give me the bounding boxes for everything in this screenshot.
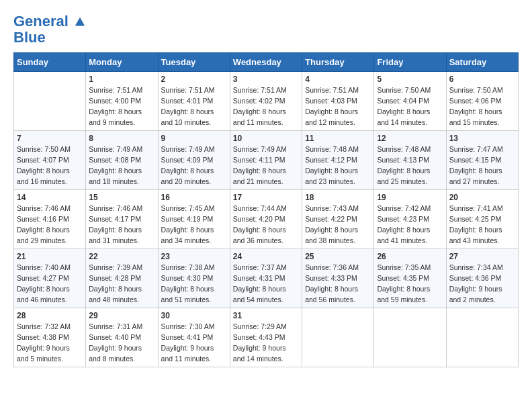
day-info: Sunrise: 7:49 AMSunset: 4:11 PMDaylight:… xyxy=(233,144,299,187)
calendar-cell: 25Sunrise: 7:36 AMSunset: 4:33 PMDayligh… xyxy=(302,249,374,308)
calendar-cell: 30Sunrise: 7:30 AMSunset: 4:41 PMDayligh… xyxy=(158,308,230,367)
day-number: 14 xyxy=(17,193,83,202)
calendar-table: SundayMondayTuesdayWednesdayThursdayFrid… xyxy=(13,52,519,367)
calendar-cell: 4Sunrise: 7:51 AMSunset: 4:03 PMDaylight… xyxy=(302,72,374,131)
calendar-cell: 15Sunrise: 7:46 AMSunset: 4:17 PMDayligh… xyxy=(86,190,158,249)
calendar-cell: 24Sunrise: 7:37 AMSunset: 4:31 PMDayligh… xyxy=(230,249,302,308)
calendar-cell: 26Sunrise: 7:35 AMSunset: 4:35 PMDayligh… xyxy=(374,249,446,308)
day-info: Sunrise: 7:45 AMSunset: 4:19 PMDaylight:… xyxy=(161,203,227,246)
day-number: 19 xyxy=(377,193,443,202)
day-number: 10 xyxy=(233,134,299,143)
day-info: Sunrise: 7:50 AMSunset: 4:07 PMDaylight:… xyxy=(17,144,83,187)
calendar-cell: 19Sunrise: 7:42 AMSunset: 4:23 PMDayligh… xyxy=(374,190,446,249)
week-row-2: 7Sunrise: 7:50 AMSunset: 4:07 PMDaylight… xyxy=(14,131,519,190)
day-number: 11 xyxy=(305,134,371,143)
calendar-cell: 5Sunrise: 7:50 AMSunset: 4:04 PMDaylight… xyxy=(374,72,446,131)
day-info: Sunrise: 7:49 AMSunset: 4:09 PMDaylight:… xyxy=(161,144,227,187)
day-number: 28 xyxy=(17,311,83,320)
calendar-cell: 28Sunrise: 7:32 AMSunset: 4:38 PMDayligh… xyxy=(14,308,86,367)
day-info: Sunrise: 7:51 AMSunset: 4:00 PMDaylight:… xyxy=(89,85,154,128)
day-number: 2 xyxy=(161,75,227,84)
day-number: 3 xyxy=(233,75,299,84)
calendar-cell xyxy=(14,72,86,131)
day-info: Sunrise: 7:41 AMSunset: 4:25 PMDaylight:… xyxy=(449,203,515,246)
header-day-monday: Monday xyxy=(86,53,158,72)
day-number: 23 xyxy=(161,252,227,261)
calendar-cell: 31Sunrise: 7:29 AMSunset: 4:43 PMDayligh… xyxy=(230,308,302,367)
calendar-cell: 20Sunrise: 7:41 AMSunset: 4:25 PMDayligh… xyxy=(446,190,518,249)
day-info: Sunrise: 7:50 AMSunset: 4:04 PMDaylight:… xyxy=(377,85,443,128)
calendar-cell: 8Sunrise: 7:49 AMSunset: 4:08 PMDaylight… xyxy=(86,131,158,190)
day-info: Sunrise: 7:51 AMSunset: 4:01 PMDaylight:… xyxy=(161,85,227,128)
logo-text: General xyxy=(13,13,86,30)
day-info: Sunrise: 7:42 AMSunset: 4:23 PMDaylight:… xyxy=(377,203,443,246)
header-day-sunday: Sunday xyxy=(14,53,86,72)
day-number: 16 xyxy=(161,193,227,202)
day-info: Sunrise: 7:30 AMSunset: 4:41 PMDaylight:… xyxy=(161,322,227,364)
day-info: Sunrise: 7:43 AMSunset: 4:22 PMDaylight:… xyxy=(305,203,371,246)
day-number: 21 xyxy=(17,252,83,261)
day-number: 25 xyxy=(305,252,371,261)
day-info: Sunrise: 7:46 AMSunset: 4:17 PMDaylight:… xyxy=(89,203,154,246)
day-number: 26 xyxy=(377,252,443,261)
calendar-cell: 2Sunrise: 7:51 AMSunset: 4:01 PMDaylight… xyxy=(158,72,230,131)
header-day-tuesday: Tuesday xyxy=(158,53,230,72)
day-info: Sunrise: 7:40 AMSunset: 4:27 PMDaylight:… xyxy=(17,263,83,305)
calendar-cell: 7Sunrise: 7:50 AMSunset: 4:07 PMDaylight… xyxy=(14,131,86,190)
calendar-cell xyxy=(446,308,518,367)
calendar-cell: 10Sunrise: 7:49 AMSunset: 4:11 PMDayligh… xyxy=(230,131,302,190)
day-number: 15 xyxy=(89,193,154,202)
day-info: Sunrise: 7:34 AMSunset: 4:36 PMDaylight:… xyxy=(449,263,515,305)
day-number: 24 xyxy=(233,252,299,261)
week-row-5: 28Sunrise: 7:32 AMSunset: 4:38 PMDayligh… xyxy=(14,308,519,367)
calendar-cell: 29Sunrise: 7:31 AMSunset: 4:40 PMDayligh… xyxy=(86,308,158,367)
day-info: Sunrise: 7:37 AMSunset: 4:31 PMDaylight:… xyxy=(233,263,299,305)
day-number: 27 xyxy=(449,252,515,261)
day-number: 8 xyxy=(89,134,154,143)
calendar-cell: 13Sunrise: 7:47 AMSunset: 4:15 PMDayligh… xyxy=(446,131,518,190)
day-info: Sunrise: 7:48 AMSunset: 4:12 PMDaylight:… xyxy=(305,144,371,187)
day-info: Sunrise: 7:38 AMSunset: 4:30 PMDaylight:… xyxy=(161,263,227,305)
calendar-cell: 6Sunrise: 7:50 AMSunset: 4:06 PMDaylight… xyxy=(446,72,518,131)
day-number: 29 xyxy=(89,311,154,320)
header: General Blue xyxy=(13,13,519,46)
day-info: Sunrise: 7:51 AMSunset: 4:03 PMDaylight:… xyxy=(305,85,371,128)
calendar-cell: 27Sunrise: 7:34 AMSunset: 4:36 PMDayligh… xyxy=(446,249,518,308)
day-number: 7 xyxy=(17,134,83,143)
day-info: Sunrise: 7:47 AMSunset: 4:15 PMDaylight:… xyxy=(449,144,515,187)
day-number: 1 xyxy=(89,75,154,84)
calendar-cell: 16Sunrise: 7:45 AMSunset: 4:19 PMDayligh… xyxy=(158,190,230,249)
day-number: 4 xyxy=(305,75,371,84)
calendar-cell: 3Sunrise: 7:51 AMSunset: 4:02 PMDaylight… xyxy=(230,72,302,131)
day-info: Sunrise: 7:50 AMSunset: 4:06 PMDaylight:… xyxy=(449,85,515,128)
day-info: Sunrise: 7:35 AMSunset: 4:35 PMDaylight:… xyxy=(377,263,443,305)
day-number: 5 xyxy=(377,75,443,84)
calendar-cell: 17Sunrise: 7:44 AMSunset: 4:20 PMDayligh… xyxy=(230,190,302,249)
day-info: Sunrise: 7:44 AMSunset: 4:20 PMDaylight:… xyxy=(233,203,299,246)
calendar-cell: 18Sunrise: 7:43 AMSunset: 4:22 PMDayligh… xyxy=(302,190,374,249)
day-number: 9 xyxy=(161,134,227,143)
day-number: 6 xyxy=(449,75,515,84)
calendar-cell: 12Sunrise: 7:48 AMSunset: 4:13 PMDayligh… xyxy=(374,131,446,190)
week-row-3: 14Sunrise: 7:46 AMSunset: 4:16 PMDayligh… xyxy=(14,190,519,249)
day-info: Sunrise: 7:46 AMSunset: 4:16 PMDaylight:… xyxy=(17,203,83,246)
day-number: 12 xyxy=(377,134,443,143)
header-day-friday: Friday xyxy=(374,53,446,72)
day-number: 17 xyxy=(233,193,299,202)
day-info: Sunrise: 7:51 AMSunset: 4:02 PMDaylight:… xyxy=(233,85,299,128)
logo-general: General xyxy=(13,13,69,30)
header-row: SundayMondayTuesdayWednesdayThursdayFrid… xyxy=(14,53,519,72)
header-day-saturday: Saturday xyxy=(446,53,518,72)
logo-icon xyxy=(74,16,86,28)
week-row-1: 1Sunrise: 7:51 AMSunset: 4:00 PMDaylight… xyxy=(14,72,519,131)
calendar-cell: 14Sunrise: 7:46 AMSunset: 4:16 PMDayligh… xyxy=(14,190,86,249)
header-day-thursday: Thursday xyxy=(302,53,374,72)
day-number: 20 xyxy=(449,193,515,202)
day-number: 31 xyxy=(233,311,299,320)
calendar-cell: 9Sunrise: 7:49 AMSunset: 4:09 PMDaylight… xyxy=(158,131,230,190)
svg-marker-0 xyxy=(75,17,85,26)
calendar-cell: 21Sunrise: 7:40 AMSunset: 4:27 PMDayligh… xyxy=(14,249,86,308)
calendar-cell: 1Sunrise: 7:51 AMSunset: 4:00 PMDaylight… xyxy=(86,72,158,131)
day-info: Sunrise: 7:32 AMSunset: 4:38 PMDaylight:… xyxy=(17,322,83,364)
header-day-wednesday: Wednesday xyxy=(230,53,302,72)
